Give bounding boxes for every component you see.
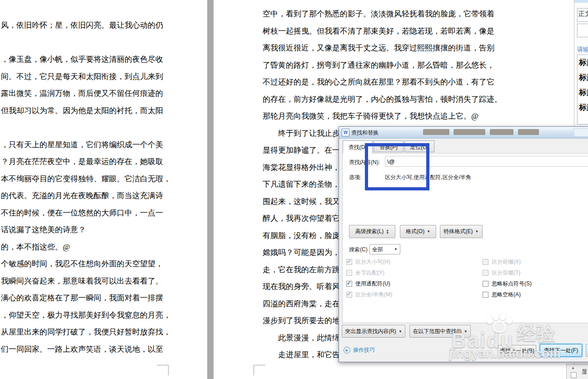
find-in-range-button[interactable]: 在以下范围中查找(I) ▼ bbox=[409, 325, 471, 338]
document-text-line: 露出微笑，温润万物，而后便又不留任何痕迹的 bbox=[1, 88, 163, 99]
checkbox-label: 使用通配符(U) bbox=[355, 280, 390, 288]
checkbox-label: 全字匹配(Y) bbox=[355, 269, 384, 277]
document-text-line: 满心的欢喜定格在了那一瞬间，我面对着一排摆 bbox=[1, 293, 163, 304]
document-text-line: 本不绚丽夺目的它变得独特、耀眼。它洁白无瑕， bbox=[1, 174, 171, 185]
checkbox-box[interactable] bbox=[346, 270, 352, 276]
window-edge bbox=[574, 0, 588, 3]
document-text-line: 那轮月亮向我微笑，我把车子骑得更快了，我想快点追上它。@ bbox=[263, 111, 478, 122]
checkbox-label: 忽略空格(A) bbox=[492, 291, 521, 299]
search-direction-select[interactable]: 全部 ▼ bbox=[369, 244, 400, 254]
document-text-line: 我瞬间兴奋起来，那意味着我可以出去看看了。 bbox=[1, 276, 163, 287]
scrollbar-thumb[interactable] bbox=[571, 372, 577, 378]
document-text-line: 间。不过，它只是每天和太阳衔接，到点儿来到 bbox=[1, 71, 163, 82]
dialog-titlebar[interactable]: W 查找和替换 bbox=[339, 127, 588, 139]
highlight-results-button[interactable]: 突出显示查找内容(R) ▼ bbox=[342, 325, 405, 338]
panel-prompt-text: 请输入 bbox=[577, 45, 588, 54]
document-text-line: ，像玉盘，像小帆，似乎要将这清丽的夜色尽收 bbox=[1, 54, 163, 65]
checkbox-box[interactable] bbox=[483, 281, 488, 287]
chevron-down-icon: ▼ bbox=[427, 229, 430, 234]
document-text-line: 不住的时候，便在一位悠然的大师口中，一点一 bbox=[1, 208, 163, 219]
checkbox-label: 区分全/半角(M) bbox=[355, 291, 392, 299]
checkbox-match-case[interactable]: 区分大小写(H) bbox=[346, 258, 390, 265]
document-text-line: 显得更加静谧了。在一 bbox=[263, 145, 340, 156]
checkbox-full-half-width[interactable]: 区分全/半角(M) bbox=[346, 291, 392, 298]
style-list-item[interactable]: 标题 bbox=[578, 55, 588, 70]
cutoff-button[interactable] bbox=[586, 344, 588, 357]
style-list-item[interactable]: 标题 bbox=[578, 100, 588, 115]
find-next-label: 查找下一处(F) bbox=[544, 347, 578, 354]
chevron-down-icon: ▼ bbox=[399, 329, 402, 334]
chevron-down-icon: ▼ bbox=[475, 229, 479, 234]
document-text-line: 从屋里出来的同学打破了，我便只好暂时放弃找， bbox=[1, 327, 171, 338]
document-text-line: 此景漫漫，此情绵 bbox=[263, 333, 340, 344]
style-list[interactable]: 标题 标题 标题 标题 bbox=[577, 55, 588, 125]
style-list-item[interactable]: 标题 bbox=[578, 70, 588, 85]
document-text-line: 空中，看到了那个熟悉的影子。淡淡微风轻抚着我的脸庞，它带领着 bbox=[263, 9, 494, 20]
document-text-line: 的存在，前方好像就是光明了，内心的孤独与害怕，顿时消失了踪迹。 bbox=[263, 94, 502, 105]
checkbox-box[interactable] bbox=[483, 259, 488, 265]
special-format-button[interactable]: 特殊格式(E) ▼ bbox=[440, 225, 483, 238]
censored-blur bbox=[423, 129, 449, 135]
checkbox-ignore-punctuation[interactable]: 忽略标点符号(S) bbox=[483, 280, 532, 287]
checkbox-box[interactable] bbox=[346, 281, 352, 287]
highlight-results-label: 突出显示查找内容(R) bbox=[345, 328, 396, 335]
chevron-down-icon: ▼ bbox=[464, 329, 468, 334]
checkbox-box[interactable] bbox=[346, 259, 352, 265]
style-input-box[interactable] bbox=[577, 24, 588, 37]
document-text-line: ，只有天上的星星知道，它们将编织成一个个美 bbox=[1, 140, 163, 150]
chevron-down-icon: ▼ bbox=[394, 247, 398, 251]
checkbox-label: 区分后缀(T) bbox=[492, 269, 520, 277]
document-text-line: 终于到了让我止步 bbox=[263, 128, 340, 139]
censored-blur bbox=[490, 129, 513, 135]
search-direction-label: 搜索(C) bbox=[349, 246, 368, 254]
checkbox-match-prefix[interactable]: 区分前缀(X) bbox=[483, 258, 521, 265]
document-text-line: 海棠花显得格外出神， bbox=[263, 162, 340, 173]
play-icon: ▶ bbox=[344, 347, 350, 354]
scrollbar-strip: ▲ 显示 bbox=[566, 364, 588, 379]
checkbox-use-wildcards[interactable]: 使用通配符(U) bbox=[346, 280, 390, 287]
document-text-line: 的代表。充溢的月光在夜晚酝酿，而当这充满诗 bbox=[1, 190, 163, 201]
document-text-line: 四溢的西府海棠，走在 bbox=[263, 299, 340, 309]
document-text-line: 现在我的身旁。听着风 bbox=[263, 281, 340, 292]
scroll-up-icon[interactable]: ▲ bbox=[571, 366, 575, 370]
checkbox-ignore-spaces[interactable]: 忽略空格(A) bbox=[483, 291, 521, 298]
find-replace-icon: W bbox=[342, 129, 349, 136]
style-preview-box[interactable]: 正文 bbox=[577, 8, 588, 22]
checkbox-match-suffix[interactable]: 区分后缀(T) bbox=[483, 269, 520, 276]
style-list-item[interactable]: 标题 bbox=[578, 85, 588, 100]
tips-link[interactable]: ▶ 操作技巧 bbox=[344, 346, 375, 354]
document-text-line: 了昏黄的路灯，拐弯到了通往家的幽静小道，那么昏暗，那么悠长， bbox=[263, 60, 494, 71]
checkbox-label: 区分大小写(H) bbox=[355, 258, 390, 266]
document-text-line: 走进屋里，和它告 bbox=[263, 349, 340, 360]
checkbox-label: 忽略标点符号(S) bbox=[492, 280, 532, 288]
censored-blur bbox=[453, 129, 485, 135]
close-button[interactable] bbox=[573, 128, 588, 137]
checkbox-whole-word[interactable]: 全字匹配(Y) bbox=[346, 269, 384, 276]
document-text-line: 不过还好的是，我的心之所向就在那里？那看不到头的小道，有了它 bbox=[263, 77, 494, 88]
document-text-line: 离我很近很近，又像是离我千丈之远。我穿过熙熙攘攘的街道，告别 bbox=[263, 43, 494, 54]
find-in-range-label: 在以下范围中查找(I) bbox=[413, 328, 461, 335]
document-left-column: 风，依旧吟怀；星，依旧闪亮。最让我心动的仍，像玉盘，像小帆，似乎要将这清丽的夜色… bbox=[1, 0, 206, 379]
options-label: 选项: bbox=[349, 174, 361, 181]
document-text-line: 有胭脂，没有粉，脸庞 bbox=[263, 230, 340, 241]
special-format-label: 特殊格式(E) bbox=[444, 228, 473, 235]
status-partial-label: 显示 bbox=[582, 368, 588, 376]
format-button[interactable]: 格式(O) ▼ bbox=[400, 225, 436, 238]
censored-blur bbox=[518, 129, 539, 135]
tips-label: 操作技巧 bbox=[353, 346, 375, 354]
document-text-line: 下凡遗留下来的圣物， bbox=[263, 179, 340, 190]
document-text-line: 但我却习以为常。因为他是太阳的衬托，而太阳 bbox=[1, 105, 163, 116]
document-text-line: 的，本不指这些。@ bbox=[1, 242, 70, 253]
find-next-button[interactable]: 查找下一处(F) bbox=[540, 344, 582, 357]
checkbox-label: 区分前缀(X) bbox=[492, 258, 521, 266]
checkbox-box[interactable] bbox=[346, 292, 352, 298]
document-text-line: 风，依旧吟怀；星，依旧闪亮。最让我心动的仍 bbox=[1, 20, 163, 31]
document-text-line: 话说漏了这绝美的诗意？ bbox=[1, 224, 86, 235]
find-previous-button[interactable]: 查找上一处(B) bbox=[498, 345, 536, 357]
checkbox-box[interactable] bbox=[483, 270, 488, 276]
checkbox-box[interactable] bbox=[483, 292, 488, 298]
page-margin-corner-mark bbox=[157, 365, 169, 375]
document-page-left: 风，依旧吟怀；星，依旧闪亮。最让我心动的仍，像玉盘，像小帆，似乎要将这清丽的夜色… bbox=[0, 0, 207, 379]
advanced-search-button[interactable]: 高级搜索(L) ▲▼ bbox=[349, 225, 395, 238]
collapse-expand-icon: ▲▼ bbox=[386, 229, 389, 234]
